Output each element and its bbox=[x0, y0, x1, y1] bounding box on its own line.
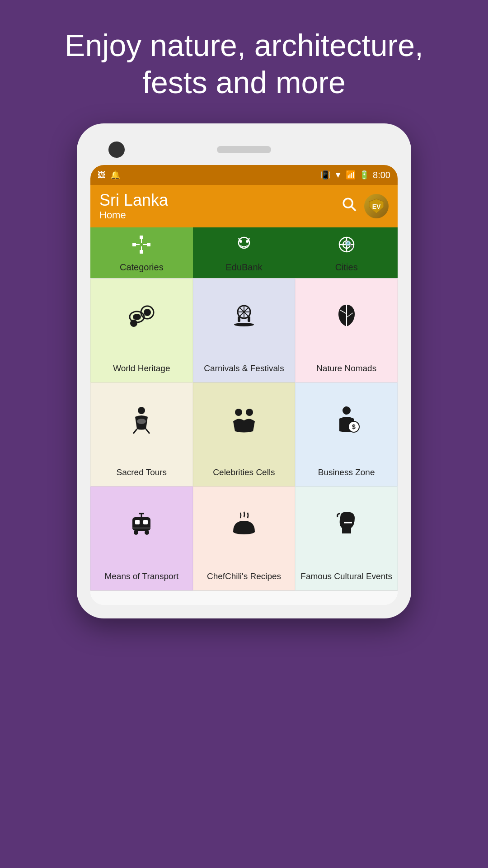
image-status-icon: 🖼 bbox=[98, 170, 106, 180]
phone-frame: 🖼 🔔 📳 ▼ 📶 🔋 8:00 Sri Lanka Home bbox=[77, 123, 411, 618]
chefchili-recipes-icon bbox=[198, 487, 291, 561]
svg-line-1 bbox=[352, 207, 356, 211]
categories-grid: World Heritage bbox=[90, 278, 398, 590]
phone-screen: 🖼 🔔 📳 ▼ 📶 🔋 8:00 Sri Lanka Home bbox=[90, 165, 398, 605]
svg-text:🔍: 🔍 bbox=[345, 240, 354, 249]
svg-point-47 bbox=[134, 530, 138, 535]
bottom-bar bbox=[90, 590, 398, 605]
svg-point-0 bbox=[343, 198, 352, 208]
carnivals-festivals-icon bbox=[198, 279, 291, 353]
category-sacred-tours[interactable]: Sacred Tours bbox=[90, 382, 193, 486]
phone-speaker bbox=[217, 146, 271, 153]
tab-cities[interactable]: 🔍 Cities bbox=[295, 227, 398, 278]
business-zone-icon: $ bbox=[300, 383, 393, 457]
battery-icon: 🔋 bbox=[359, 170, 369, 180]
svg-point-32 bbox=[234, 323, 254, 326]
svg-rect-5 bbox=[132, 243, 136, 246]
status-bar-left: 🖼 🔔 bbox=[98, 170, 120, 180]
svg-point-40 bbox=[343, 406, 351, 415]
svg-rect-4 bbox=[140, 236, 143, 239]
category-means-of-transport[interactable]: Means of Transport bbox=[90, 486, 193, 590]
svg-rect-44 bbox=[135, 520, 140, 524]
sacred-tours-label: Sacred Tours bbox=[117, 467, 167, 478]
category-celebrities-cells[interactable]: Celebrities Cells bbox=[193, 382, 296, 486]
svg-text:EV: EV bbox=[372, 203, 381, 210]
svg-point-37 bbox=[137, 419, 146, 424]
svg-point-39 bbox=[246, 409, 253, 416]
categories-icon bbox=[131, 235, 151, 259]
svg-point-38 bbox=[235, 409, 242, 416]
svg-rect-7 bbox=[140, 250, 143, 254]
nav-tabs: Categories EduBank bbox=[90, 227, 398, 278]
svg-text:$: $ bbox=[352, 423, 356, 430]
app-title: Sri Lanka bbox=[99, 191, 168, 209]
signal-icon: 📶 bbox=[346, 170, 356, 180]
edubank-icon bbox=[234, 235, 254, 259]
famous-cultural-events-label: Famous Cultural Events bbox=[300, 571, 392, 582]
means-of-transport-icon bbox=[95, 487, 188, 561]
vibrate-icon: 📳 bbox=[320, 170, 330, 180]
cities-icon: 🔍 bbox=[337, 235, 357, 259]
category-world-heritage[interactable]: World Heritage bbox=[90, 278, 193, 382]
svg-rect-31 bbox=[248, 316, 250, 322]
svg-rect-46 bbox=[132, 527, 150, 529]
nature-nomads-label: Nature Nomads bbox=[316, 363, 376, 374]
category-nature-nomads[interactable]: Nature Nomads bbox=[295, 278, 398, 382]
svg-rect-45 bbox=[143, 520, 148, 524]
famous-cultural-events-icon bbox=[300, 487, 393, 561]
celebrities-cells-icon bbox=[198, 383, 291, 457]
category-business-zone[interactable]: $ Business Zone bbox=[295, 382, 398, 486]
svg-rect-30 bbox=[238, 316, 240, 322]
celebrities-cells-label: Celebrities Cells bbox=[213, 467, 275, 478]
notification-status-icon: 🔔 bbox=[110, 170, 120, 180]
nature-nomads-icon bbox=[300, 279, 393, 353]
business-zone-label: Business Zone bbox=[318, 467, 375, 478]
tagline: Enjoy nature, architecture, fests and mo… bbox=[0, 0, 488, 123]
sacred-tours-icon bbox=[95, 383, 188, 457]
status-bar: 🖼 🔔 📳 ▼ 📶 🔋 8:00 bbox=[90, 165, 398, 185]
svg-point-21 bbox=[133, 314, 141, 320]
app-subtitle: Home bbox=[99, 209, 168, 221]
svg-point-48 bbox=[145, 530, 149, 535]
tab-edubank[interactable]: EduBank bbox=[193, 227, 296, 278]
phone-camera bbox=[108, 142, 125, 158]
svg-rect-6 bbox=[147, 243, 150, 246]
world-heritage-label: World Heritage bbox=[113, 363, 170, 374]
chefchili-recipes-label: ChefChili's Recipes bbox=[207, 571, 281, 582]
category-chefchili-recipes[interactable]: ChefChili's Recipes bbox=[193, 486, 296, 590]
tab-categories-label: Categories bbox=[120, 262, 164, 273]
means-of-transport-label: Means of Transport bbox=[104, 571, 178, 582]
tab-edubank-label: EduBank bbox=[225, 262, 262, 273]
wifi-icon: ▼ bbox=[334, 170, 342, 180]
phone-notch bbox=[90, 137, 398, 165]
svg-point-36 bbox=[138, 407, 145, 414]
tab-categories[interactable]: Categories bbox=[90, 227, 193, 278]
app-header: Sri Lanka Home EV bbox=[90, 185, 398, 227]
app-title-area: Sri Lanka Home bbox=[99, 191, 168, 221]
search-button[interactable] bbox=[342, 197, 357, 216]
shield-logo[interactable]: EV bbox=[364, 194, 389, 218]
world-heritage-icon bbox=[95, 279, 188, 353]
carnivals-festivals-label: Carnivals & Festivals bbox=[204, 363, 284, 374]
svg-point-24 bbox=[130, 320, 137, 327]
status-bar-right: 📳 ▼ 📶 🔋 8:00 bbox=[320, 170, 390, 180]
svg-point-23 bbox=[144, 309, 151, 316]
app-header-icons: EV bbox=[342, 194, 389, 218]
status-time: 8:00 bbox=[373, 170, 390, 180]
category-carnivals-festivals[interactable]: Carnivals & Festivals bbox=[193, 278, 296, 382]
category-famous-cultural-events[interactable]: Famous Cultural Events bbox=[295, 486, 398, 590]
tab-cities-label: Cities bbox=[335, 262, 358, 273]
